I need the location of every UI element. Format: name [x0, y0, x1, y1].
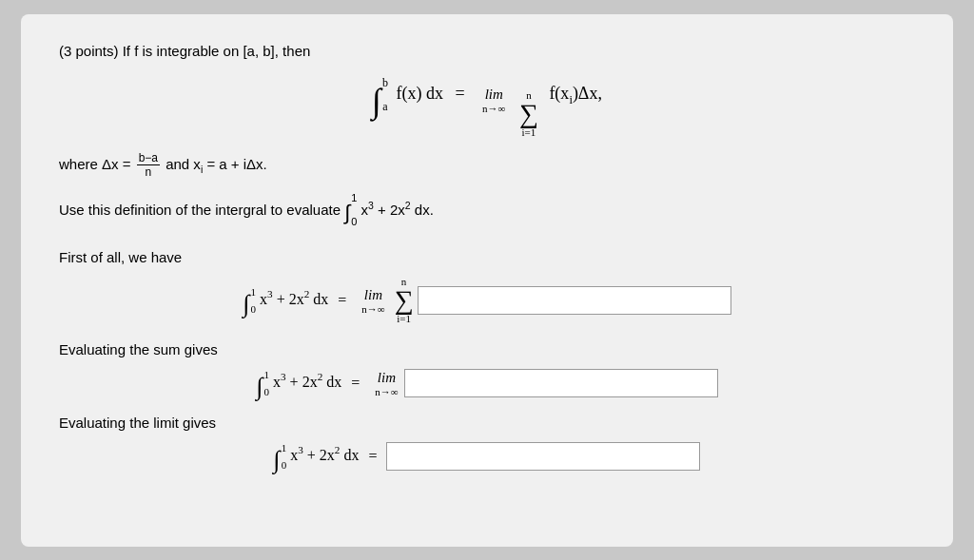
integral-upper-4: 1 [264, 369, 270, 380]
answer-box-1[interactable] [418, 286, 731, 315]
integral-upper-2: 1 [351, 189, 357, 208]
integral-bounds: b a [382, 76, 388, 114]
first-equation-row: ∫ 1 0 x3 + 2x2 dx = lim n→∞ n ∑ i=1 [59, 277, 915, 324]
equals-sign: = [455, 84, 464, 103]
summand: f(xi)Δx, [549, 84, 602, 103]
equals-3: = [368, 448, 377, 465]
integral-upper: b [382, 76, 388, 90]
sigma-bottom-2: i=1 [397, 314, 411, 324]
lim-sub-2: n→∞ [361, 303, 384, 315]
integral-lower-5: 0 [282, 459, 287, 471]
integral-bounds-3: 1 0 [251, 286, 257, 315]
use-definition-line: Use this definition of the intergral to … [59, 189, 915, 233]
lim-word-2: lim [364, 287, 382, 303]
integral-bounds-4: 1 0 [264, 369, 270, 397]
integral-upper-5: 1 [282, 442, 287, 454]
limit-expression: lim n→∞ [482, 87, 505, 114]
first-integral-expr: ∫ 1 0 x3 + 2x2 dx [243, 286, 328, 315]
integral-notation: ∫ b a [372, 76, 388, 114]
third-integral-expr: ∫ 1 0 x3 + 2x2 dx [274, 442, 360, 471]
lim-sub: n→∞ [482, 103, 505, 114]
frac-numerator: b−a [137, 151, 160, 165]
integral-lower-4: 0 [264, 386, 270, 397]
integral-sign-3: ∫ [243, 292, 249, 317]
sigma-block: n ∑ i=1 [519, 90, 538, 138]
answer-box-2[interactable] [404, 369, 718, 397]
frac-denominator: n [143, 165, 153, 179]
second-equation-row: ∫ 1 0 x3 + 2x2 dx = lim n→∞ [59, 369, 915, 397]
answer-box-3[interactable] [386, 442, 700, 471]
integral-notation-5: ∫ 1 0 [274, 442, 287, 471]
second-integral-expr: ∫ 1 0 x3 + 2x2 dx [256, 369, 341, 397]
equals-2: = [351, 375, 360, 392]
eval-limit-label: Evaluating the limit gives [59, 415, 915, 431]
problem-header: (3 points) If f is integrable on [a, b],… [59, 43, 915, 59]
lim-sub-3: n→∞ [375, 386, 398, 397]
integral-notation-4: ∫ 1 0 [256, 369, 269, 397]
integral-sign-2: ∫ [344, 203, 350, 223]
equals-1: = [338, 292, 346, 309]
integral-notation-3: ∫ 1 0 [243, 286, 256, 315]
fraction-ba-n: b−a n [137, 151, 160, 180]
eval-sum-label: Evaluating the sum gives [59, 341, 915, 357]
integral-lower-3: 0 [251, 303, 257, 315]
sigma-char-2: ∑ [395, 287, 414, 314]
integral-lower-2: 0 [351, 213, 357, 232]
integrand: f(x) dx [396, 84, 442, 103]
main-formula: ∫ b a f(x) dx = lim n→∞ n ∑ i=1 f(xi)Δx, [59, 76, 915, 138]
integral-bounds-5: 1 0 [282, 442, 287, 471]
integral-bounds-2: 1 0 [351, 189, 357, 233]
integral-sign-4: ∫ [256, 375, 263, 399]
sigma-block-2: n ∑ i=1 [395, 277, 414, 324]
first-of-all-label: First of all, we have [59, 249, 915, 265]
where-line: where Δx = b−a n and xi = a + iΔx. [59, 151, 915, 180]
limit-expr-2: lim n→∞ [361, 287, 384, 315]
integral-upper-3: 1 [251, 286, 257, 298]
limit-expr-3: lim n→∞ [375, 370, 398, 397]
third-equation-row: ∫ 1 0 x3 + 2x2 dx = [59, 442, 915, 471]
integral-notation-2: ∫ 1 0 [344, 189, 357, 233]
lim-word-3: lim [378, 370, 396, 386]
integral-sign: ∫ [372, 84, 381, 118]
integral-lower: a [382, 100, 388, 114]
integral-sign-5: ∫ [274, 448, 281, 473]
main-card: (3 points) If f is integrable on [a, b],… [21, 14, 953, 547]
lim-word: lim [485, 87, 503, 103]
sigma-bottom: i=1 [522, 127, 536, 138]
sigma-char: ∑ [519, 101, 538, 127]
